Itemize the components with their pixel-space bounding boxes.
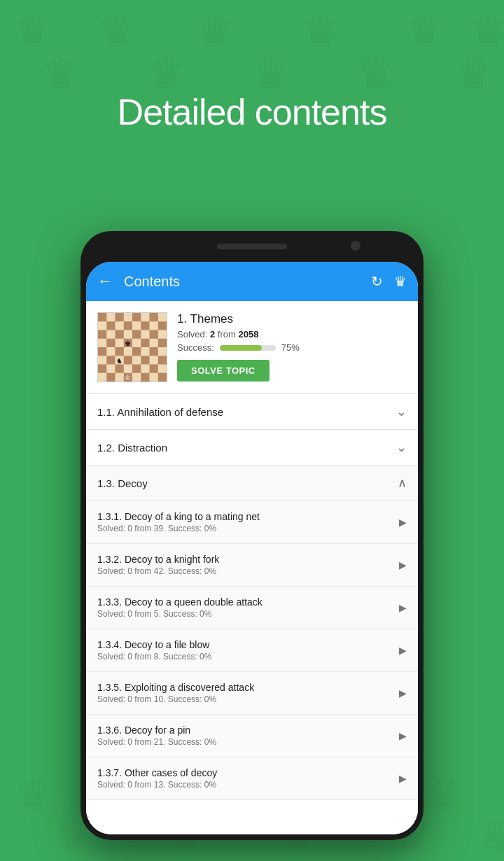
svg-rect-12 [150,330,158,339]
list-item-expanded[interactable]: 1.3. Decoy ∧ [86,465,418,501]
solve-topic-button[interactable]: SOLVE TOPIC [177,360,270,382]
list-item-subtitle: Solved: 0 from 8. Success: 0% [97,652,393,662]
screen-content: ← Contents ↻ ♛ [86,262,418,834]
app-bar-title: Contents [124,274,360,290]
svg-rect-9 [98,330,106,339]
svg-rect-2 [115,313,124,321]
svg-rect-29 [106,373,115,382]
list-item-title: 1.3. Decoy [97,477,392,489]
svg-rect-13 [106,339,115,347]
page-title: Detailed contents [0,91,504,133]
chevron-down-icon: ⌄ [396,440,407,455]
svg-rect-21 [106,356,115,364]
phone-frame: ← Contents ↻ ♛ [80,231,424,840]
play-icon: ▶ [399,602,407,613]
list-item-title: 1.3.2. Decoy to a knight fork [97,554,393,565]
list-item-title: 1.3.5. Exploiting a discovered attack [97,682,393,693]
list-item-text: 1.3.7. Other cases of decoy Solved: 0 fr… [97,767,393,790]
chevron-up-icon: ∧ [398,475,407,491]
list-item-subtitle: Solved: 0 from 42. Success: 0% [97,566,393,576]
success-row: Success: 75% [177,342,407,353]
list-sub-item[interactable]: 1.3.2. Decoy to a knight fork Solved: 0 … [86,544,418,587]
play-icon: ▶ [399,517,407,528]
list-item-subtitle: Solved: 0 from 39. Success: 0% [97,524,393,533]
svg-text:♚: ♚ [125,340,131,347]
svg-rect-25 [98,365,106,373]
list-item-subtitle: Solved: 0 from 13. Success: 0% [97,780,393,790]
list-sub-item[interactable]: 1.3.3. Decoy to a queen double attack So… [86,587,418,629]
svg-rect-5 [106,321,115,330]
svg-rect-3 [132,313,141,321]
play-icon: ▶ [399,559,407,570]
list-sub-item[interactable]: 1.3.5. Exploiting a discovered attack So… [86,672,418,715]
play-icon: ▶ [399,687,407,699]
svg-rect-15 [141,339,149,347]
phone-screen: ← Contents ↻ ♛ [86,262,418,834]
list-item-subtitle: Solved: 0 from 21. Success: 0% [97,737,393,747]
svg-rect-7 [141,321,149,330]
list-item-title: 1.3.7. Other cases of decoy [97,767,393,778]
progress-fill [220,345,262,351]
list-item-subtitle: Solved: 0 from 10. Success: 0% [97,694,393,704]
svg-rect-26 [115,365,124,373]
list-item-text: 1.3.1. Decoy of a king to a mating net S… [97,511,393,533]
svg-rect-6 [124,321,132,330]
list-item-text: 1.3.4. Decoy to a file blow Solved: 0 fr… [97,639,393,662]
list-item-text: 1.3. Decoy [97,477,392,489]
svg-rect-32 [158,373,167,382]
list-item-title: 1.3.4. Decoy to a file blow [97,639,393,650]
list-item-text: 1.3.6. Decoy for a pin Solved: 0 from 21… [97,724,393,747]
svg-rect-31 [141,373,149,382]
list-sub-item[interactable]: 1.3.6. Decoy for a pin Solved: 0 from 21… [86,715,418,757]
list-item-title: 1.2. Distraction [97,442,391,454]
solved-total: 2058 [238,329,258,340]
svg-text:♙: ♙ [107,366,113,373]
list-item[interactable]: 1.2. Distraction ⌄ [86,430,418,465]
back-button[interactable]: ← [97,272,113,290]
svg-rect-1 [98,313,106,321]
play-icon: ▶ [399,773,407,784]
list-item-text: 1.2. Distraction [97,442,391,454]
list-item-text: 1.3.5. Exploiting a discovered attack So… [97,682,393,704]
svg-rect-20 [150,347,158,356]
svg-rect-23 [141,356,149,364]
chevron-down-icon: ⌄ [396,404,407,419]
topic-header: ♚ ♞ ♙ ♙ ♔ 1. Themes Solved: 2 from [86,301,418,394]
svg-rect-22 [124,356,132,364]
svg-rect-4 [150,313,158,321]
svg-text:♙: ♙ [125,366,130,373]
svg-rect-28 [150,365,158,373]
svg-rect-8 [158,321,167,330]
phone-camera [351,241,360,251]
phone-speaker [217,244,287,249]
list-sub-item[interactable]: 1.3.1. Decoy of a king to a mating net S… [86,501,418,544]
list-item-title: 1.3.1. Decoy of a king to a mating net [97,511,393,522]
list-item-title: 1.1. Annihilation of defense [97,406,391,418]
svg-rect-18 [115,347,124,356]
play-icon: ▶ [399,730,407,741]
list-item[interactable]: 1.1. Annihilation of defense ⌄ [86,394,418,430]
refresh-icon[interactable]: ↻ [371,273,383,290]
topic-title: 1. Themes [177,312,407,326]
app-bar: ← Contents ↻ ♛ [86,262,418,301]
list-item-text: 1.3.2. Decoy to a knight fork Solved: 0 … [97,554,393,576]
list-sub-item[interactable]: 1.3.4. Decoy to a file blow Solved: 0 fr… [86,629,418,672]
svg-rect-10 [115,330,124,339]
solved-count: 2 [210,329,215,340]
list-section: 1.1. Annihilation of defense ⌄ 1.2. Dist… [86,394,418,800]
list-item-text: 1.1. Annihilation of defense [97,406,391,418]
success-pct: 75% [281,342,300,353]
app-icon[interactable]: ♛ [394,273,407,290]
list-item-title: 1.3.6. Decoy for a pin [97,724,393,736]
chess-board-thumbnail: ♚ ♞ ♙ ♙ ♔ [97,312,167,382]
topic-solved: Solved: 2 from 2058 [177,329,407,340]
svg-rect-16 [158,339,167,347]
svg-rect-11 [132,330,141,339]
svg-text:♞: ♞ [116,357,122,365]
svg-rect-24 [158,356,167,364]
topic-info: 1. Themes Solved: 2 from 2058 Success: [177,312,407,382]
list-sub-item[interactable]: 1.3.7. Other cases of decoy Solved: 0 fr… [86,757,418,800]
success-label: Success: [177,342,214,353]
svg-rect-17 [98,347,106,356]
progress-bar [220,345,276,351]
